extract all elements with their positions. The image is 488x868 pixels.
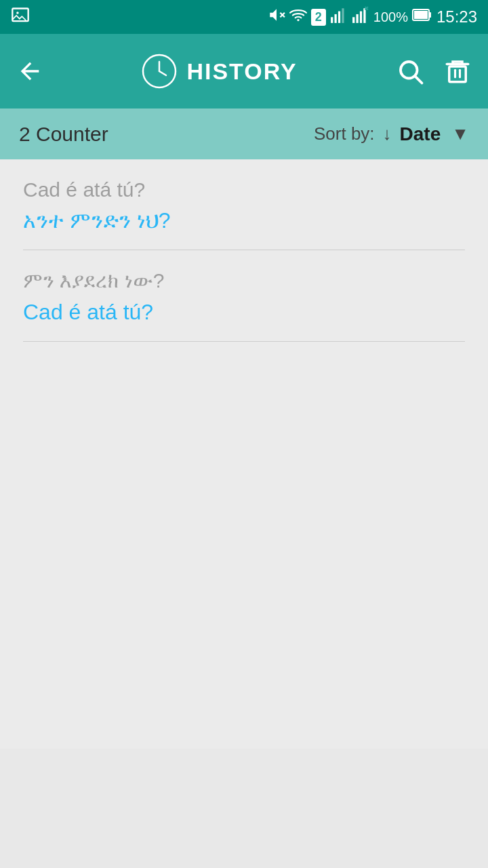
image-icon	[11, 6, 30, 28]
sort-direction-icon: ↓	[383, 123, 392, 144]
signal-icon	[330, 6, 348, 28]
counter-label: 2 Counter	[19, 123, 108, 146]
signal2-icon	[352, 6, 369, 28]
item-original-text: ምን እያደረክ ነው?	[23, 269, 465, 293]
delete-button[interactable]	[443, 57, 472, 85]
list-empty-area	[0, 342, 488, 749]
history-list: Cad é atá tú? አንተ ምንድን ነህ? ምን እያደረክ ነው? …	[0, 159, 488, 749]
svg-rect-10	[356, 14, 358, 23]
app-bar: HISTORY	[0, 34, 488, 108]
svg-point-4	[297, 19, 299, 21]
wifi-icon	[289, 6, 307, 28]
sort-by-label: Sort by:	[314, 123, 375, 144]
sim2-badge: 2	[311, 9, 326, 26]
time-display: 15:23	[436, 7, 477, 26]
back-button[interactable]	[16, 58, 43, 85]
svg-rect-12	[363, 8, 365, 23]
status-bar-left	[11, 6, 30, 28]
item-original-text: Cad é atá tú?	[23, 178, 465, 201]
list-item[interactable]: ምን እያደረክ ነው? Cad é atá tú?	[0, 250, 488, 341]
sort-value-label: Date	[400, 123, 441, 145]
list-item[interactable]: Cad é atá tú? አንተ ምንድን ነህ?	[0, 159, 488, 250]
item-translation-text: አንተ ምንድን ነህ?	[23, 208, 465, 233]
svg-rect-8	[342, 8, 344, 23]
dropdown-icon[interactable]: ▼	[451, 123, 469, 144]
item-translation-text: Cad é atá tú?	[23, 300, 465, 325]
clock-icon	[142, 54, 177, 89]
svg-rect-7	[338, 12, 340, 23]
svg-rect-6	[334, 14, 336, 23]
svg-line-20	[159, 71, 166, 75]
battery-icon	[412, 6, 432, 28]
svg-rect-5	[331, 17, 333, 23]
svg-rect-0	[12, 8, 28, 21]
battery-percent: 100%	[373, 9, 408, 25]
svg-rect-11	[360, 12, 362, 23]
sort-area[interactable]: Sort by: ↓ Date ▼	[314, 123, 469, 145]
app-bar-center: HISTORY	[142, 54, 297, 89]
svg-rect-9	[352, 17, 354, 23]
svg-rect-23	[449, 66, 466, 82]
status-bar-right: 2 100%	[268, 6, 477, 28]
status-bar: 2 100%	[0, 0, 488, 34]
svg-rect-16	[414, 11, 428, 19]
svg-point-1	[16, 12, 19, 14]
filter-bar: 2 Counter Sort by: ↓ Date ▼	[0, 108, 488, 159]
search-button[interactable]	[396, 57, 424, 85]
svg-line-22	[415, 77, 422, 83]
svg-rect-17	[429, 12, 431, 18]
page-title: HISTORY	[186, 58, 297, 85]
mute-icon	[268, 6, 285, 28]
